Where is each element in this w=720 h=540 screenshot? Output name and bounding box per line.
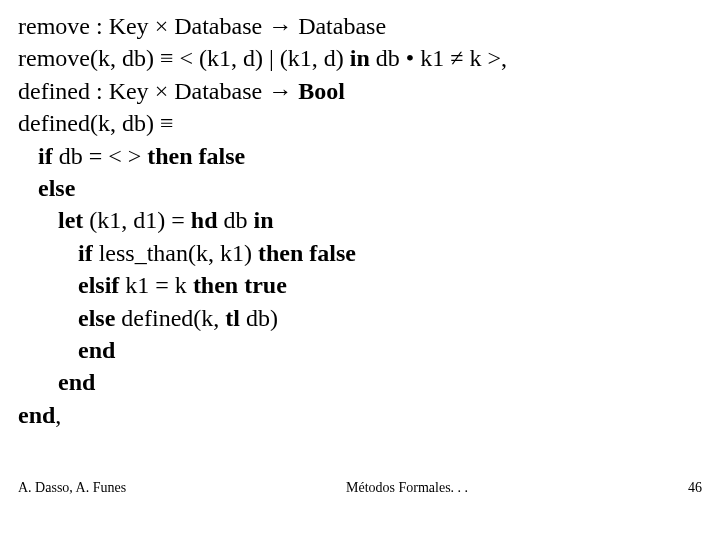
keyword-else: else [78, 305, 115, 331]
text: Database [168, 13, 268, 39]
footer: A. Dasso, A. Funes Métodos Formales. . .… [18, 480, 702, 496]
text: , [55, 402, 61, 428]
keyword-then-false: then false [147, 143, 245, 169]
line-9: elsif k1 = k then true [18, 269, 702, 301]
keyword-then-true: then true [193, 272, 287, 298]
text: db [218, 207, 254, 233]
keyword-then-false: then false [258, 240, 356, 266]
line-5: if db = < > then false [18, 140, 702, 172]
text: defined(k, db) [18, 110, 160, 136]
line-12: end [18, 366, 702, 398]
line-6: else [18, 172, 702, 204]
line-13: end, [18, 399, 702, 431]
keyword-end: end [18, 402, 55, 428]
text: (k1, d1) = [83, 207, 191, 233]
keyword-if: if [78, 240, 93, 266]
text: db = < > [53, 143, 148, 169]
text: < (k1, d) | (k1, d) [174, 45, 350, 71]
line-7: let (k1, d1) = hd db in [18, 204, 702, 236]
text: remove : Key [18, 13, 155, 39]
line-2: remove(k, db) ≡ < (k1, d) | (k1, d) in d… [18, 42, 702, 74]
equiv-symbol: ≡ [160, 110, 174, 136]
text: Database [168, 78, 268, 104]
text: less_than(k, k1) [93, 240, 258, 266]
keyword-end: end [58, 369, 95, 395]
keyword-if: if [38, 143, 53, 169]
footer-title: Métodos Formales. . . [346, 480, 468, 496]
text: remove(k, db) [18, 45, 160, 71]
text: db • k1 [370, 45, 450, 71]
footer-page: 46 [688, 480, 702, 496]
text: defined : Key [18, 78, 155, 104]
line-11: end [18, 334, 702, 366]
neq-symbol: ≠ [450, 45, 463, 71]
text: db) [240, 305, 278, 331]
text: k >, [463, 45, 507, 71]
keyword-let: let [58, 207, 83, 233]
times-symbol: × [155, 78, 169, 104]
footer-authors: A. Dasso, A. Funes [18, 480, 126, 496]
keyword-elsif: elsif [78, 272, 119, 298]
line-1: remove : Key × Database → Database [18, 10, 702, 42]
line-4: defined(k, db) ≡ [18, 107, 702, 139]
keyword-else: else [38, 175, 75, 201]
keyword-end: end [78, 337, 115, 363]
text: k1 = k [119, 272, 193, 298]
line-8: if less_than(k, k1) then false [18, 237, 702, 269]
keyword-in: in [254, 207, 274, 233]
keyword-in: in [350, 45, 370, 71]
text: defined(k, [115, 305, 225, 331]
line-10: else defined(k, tl db) [18, 302, 702, 334]
type-bool: Bool [298, 78, 345, 104]
keyword-tl: tl [225, 305, 240, 331]
line-3: defined : Key × Database → Bool [18, 75, 702, 107]
arrow-symbol: → [268, 13, 292, 39]
equiv-symbol: ≡ [160, 45, 174, 71]
arrow-symbol: → [268, 78, 292, 104]
times-symbol: × [155, 13, 169, 39]
keyword-hd: hd [191, 207, 218, 233]
text: Database [292, 13, 386, 39]
